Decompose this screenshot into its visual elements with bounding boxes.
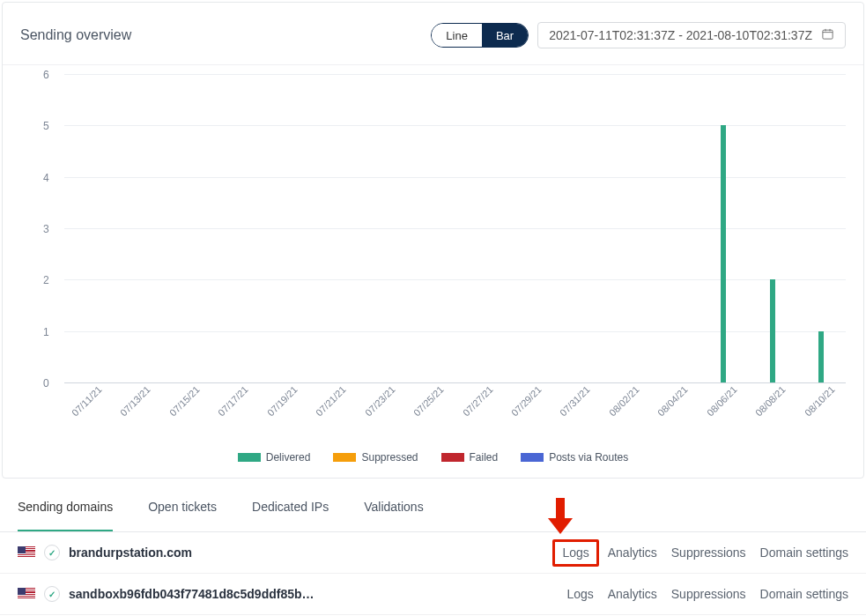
bar-slot	[260, 74, 308, 382]
date-range-text: 2021-07-11T02:31:37Z - 2021-08-10T02:31:…	[549, 28, 812, 42]
table-row: ✓sandboxb96fdb043f77481d8c5d9ddf85b…Logs…	[0, 574, 866, 615]
y-tick-label: 3	[43, 223, 49, 235]
y-tick-label: 0	[43, 377, 49, 390]
analytics-link[interactable]: Analytics	[608, 545, 657, 560]
table-row: ✓brandurpstation.comLogsAnalyticsSuppres…	[0, 532, 866, 574]
flag-us-icon	[18, 588, 35, 600]
chart-area: 0123456 07/11/2107/13/2107/15/2107/17/21…	[3, 65, 863, 409]
settings-link[interactable]: Domain settings	[760, 545, 848, 560]
domain-list: ✓brandurpstation.comLogsAnalyticsSuppres…	[0, 532, 866, 615]
row-links: LogsAnalyticsSuppressionsDomain settings	[566, 587, 848, 601]
bar-delivered[interactable]	[770, 279, 775, 382]
bar-slot	[650, 74, 699, 382]
legend-item[interactable]: Suppressed	[333, 451, 418, 464]
sending-overview-panel: Sending overview Line Bar 2021-07-11T02:…	[2, 2, 864, 479]
bar-slot	[552, 74, 601, 382]
bar-slot	[308, 74, 357, 382]
date-range-picker[interactable]: 2021-07-11T02:31:37Z - 2021-08-10T02:31:…	[537, 22, 846, 48]
annotation-arrow-icon	[543, 494, 578, 538]
status-verified-icon: ✓	[44, 545, 60, 560]
bar-slot	[455, 74, 504, 382]
analytics-link[interactable]: Analytics	[608, 587, 657, 601]
flag-us-icon	[18, 546, 35, 559]
settings-link[interactable]: Domain settings	[760, 587, 848, 601]
tab-sending-domains[interactable]: Sending domains	[18, 500, 113, 531]
bars-container	[64, 74, 846, 382]
y-tick-label: 2	[43, 274, 49, 286]
bar-slot	[211, 74, 259, 382]
suppressions-link[interactable]: Suppressions	[671, 545, 746, 560]
legend-swatch	[238, 453, 261, 462]
legend-item[interactable]: Failed	[441, 451, 499, 464]
chart-plot: 0123456	[64, 74, 846, 382]
tab-validations[interactable]: Validations	[364, 500, 423, 531]
y-tick-label: 4	[43, 172, 49, 184]
legend-item[interactable]: Posts via Routes	[521, 451, 628, 464]
x-axis-labels: 07/11/2107/13/2107/15/2107/17/2107/19/21…	[64, 400, 846, 411]
row-links: LogsAnalyticsSuppressionsDomain settings	[558, 545, 848, 560]
panel-header: Sending overview Line Bar 2021-07-11T02:…	[3, 3, 863, 65]
bar-slot	[406, 74, 455, 382]
tab-open-tickets[interactable]: Open tickets	[148, 500, 217, 531]
y-tick-label: 1	[43, 326, 49, 338]
chart-type-toggle: Line Bar	[431, 23, 529, 48]
legend-swatch	[521, 453, 544, 462]
calendar-icon	[821, 27, 834, 43]
legend-item[interactable]: Delivered	[238, 451, 311, 464]
bar-slot	[797, 74, 846, 382]
toggle-bar[interactable]: Bar	[482, 24, 528, 47]
svg-rect-0	[823, 30, 833, 39]
tab-dedicated-ips[interactable]: Dedicated IPs	[252, 500, 329, 531]
suppressions-link[interactable]: Suppressions	[671, 587, 746, 601]
logs-link[interactable]: Logs	[552, 539, 598, 567]
bar-delivered[interactable]	[721, 125, 726, 382]
bar-delivered[interactable]	[818, 331, 824, 382]
logs-link[interactable]: Logs	[566, 587, 593, 601]
bar-slot	[699, 74, 748, 382]
status-verified-icon: ✓	[44, 586, 60, 602]
legend-label: Suppressed	[361, 451, 418, 464]
bar-slot	[162, 74, 211, 382]
legend-swatch	[333, 453, 356, 462]
legend-label: Failed	[470, 451, 499, 464]
domain-tabs: Sending domainsOpen ticketsDedicated IPs…	[0, 479, 866, 532]
legend-label: Posts via Routes	[549, 451, 628, 464]
gridline: 0	[64, 382, 846, 383]
y-tick-label: 6	[43, 69, 49, 81]
toggle-line[interactable]: Line	[432, 24, 482, 47]
chart-legend: DeliveredSuppressedFailedPosts via Route…	[3, 409, 863, 478]
y-tick-label: 5	[43, 120, 49, 132]
panel-title: Sending overview	[20, 27, 131, 43]
domain-name[interactable]: sandboxb96fdb043f77481d8c5d9ddf85b…	[69, 587, 315, 601]
legend-label: Delivered	[266, 451, 311, 464]
bar-slot	[358, 74, 406, 382]
legend-swatch	[441, 453, 464, 462]
bar-slot	[64, 74, 113, 382]
bar-slot	[748, 74, 796, 382]
bar-slot	[602, 74, 650, 382]
bar-slot	[504, 74, 552, 382]
domain-name[interactable]: brandurpstation.com	[69, 545, 192, 560]
bar-slot	[113, 74, 161, 382]
